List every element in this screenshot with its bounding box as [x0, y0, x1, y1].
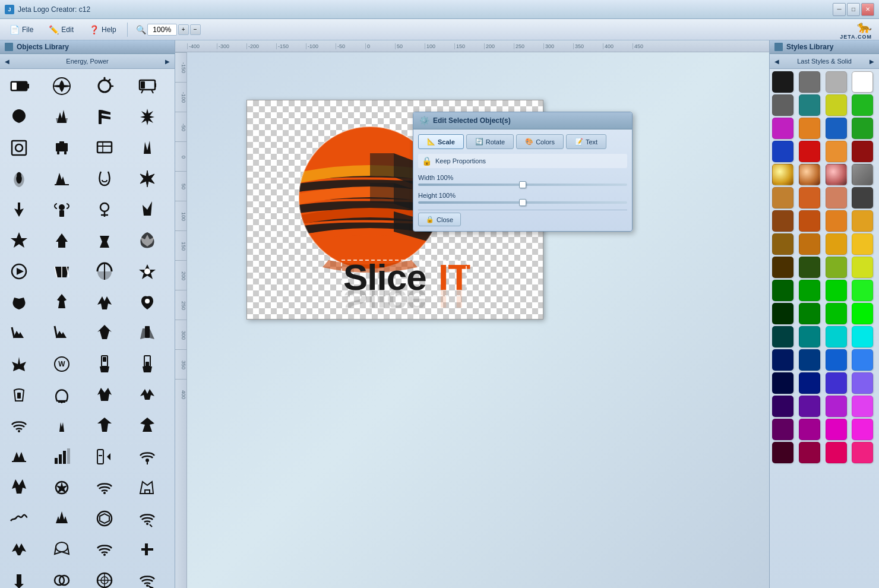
list-item[interactable] — [88, 535, 121, 564]
list-item[interactable] — [2, 102, 35, 132]
objects-prev-button[interactable]: ◀ — [0, 54, 14, 68]
color-swatch[interactable] — [826, 303, 847, 324]
list-item[interactable] — [131, 133, 163, 163]
color-swatch[interactable] — [799, 187, 820, 208]
styles-next-button[interactable]: ▶ — [865, 54, 879, 68]
list-item[interactable] — [2, 380, 35, 410]
color-swatch[interactable] — [772, 396, 793, 417]
list-item[interactable] — [88, 442, 121, 472]
list-item[interactable] — [2, 71, 35, 101]
color-swatch[interactable] — [799, 233, 820, 255]
color-swatch[interactable] — [799, 372, 820, 394]
color-swatch[interactable] — [852, 396, 873, 417]
list-item[interactable] — [45, 318, 78, 348]
color-swatch[interactable] — [826, 442, 847, 463]
list-item[interactable] — [88, 287, 121, 317]
close-button[interactable]: ✕ — [861, 3, 874, 16]
color-swatch[interactable] — [826, 372, 847, 394]
list-item[interactable] — [2, 535, 35, 564]
list-item[interactable] — [2, 504, 35, 533]
minimize-button[interactable]: ─ — [833, 3, 846, 16]
list-item[interactable] — [45, 257, 78, 286]
color-swatch[interactable] — [799, 257, 820, 278]
color-swatch[interactable] — [826, 326, 847, 347]
color-swatch[interactable] — [772, 349, 793, 371]
color-swatch[interactable] — [852, 187, 873, 208]
list-item[interactable] — [45, 195, 78, 225]
list-item[interactable] — [88, 411, 121, 441]
list-item[interactable] — [131, 318, 163, 348]
color-swatch[interactable] — [799, 164, 820, 185]
zoom-display[interactable]: 100% — [147, 24, 177, 36]
list-item[interactable] — [2, 257, 35, 286]
color-swatch[interactable] — [852, 164, 873, 185]
list-item[interactable] — [88, 133, 121, 163]
color-swatch[interactable] — [826, 118, 847, 139]
color-swatch[interactable] — [852, 280, 873, 301]
color-swatch[interactable] — [826, 141, 847, 162]
list-item[interactable] — [131, 226, 163, 255]
width-slider-thumb[interactable] — [519, 181, 526, 188]
color-swatch[interactable] — [772, 257, 793, 278]
color-swatch[interactable] — [852, 118, 873, 139]
list-item[interactable] — [2, 411, 35, 441]
list-item[interactable] — [2, 164, 35, 194]
maximize-button[interactable]: □ — [847, 3, 860, 16]
list-item[interactable] — [131, 349, 163, 379]
list-item[interactable] — [2, 473, 35, 502]
list-item[interactable] — [131, 535, 163, 564]
tab-scale[interactable]: 📐 Scale — [418, 134, 464, 149]
list-item[interactable] — [131, 287, 163, 317]
color-swatch[interactable] — [772, 141, 793, 162]
color-swatch[interactable] — [826, 349, 847, 371]
list-item[interactable] — [45, 473, 78, 502]
color-swatch[interactable] — [852, 141, 873, 162]
objects-next-button[interactable]: ▶ — [160, 54, 175, 68]
list-item[interactable] — [88, 257, 121, 286]
list-item[interactable]: W — [45, 349, 78, 379]
list-item[interactable] — [88, 349, 121, 379]
color-swatch[interactable] — [799, 349, 820, 371]
list-item[interactable] — [131, 71, 163, 101]
tab-rotate[interactable]: 🔄 Rotate — [466, 134, 514, 149]
list-item[interactable] — [45, 504, 78, 533]
color-swatch[interactable] — [772, 210, 793, 232]
color-swatch[interactable] — [799, 210, 820, 232]
color-swatch[interactable] — [772, 326, 793, 347]
color-swatch[interactable] — [826, 94, 847, 116]
color-swatch[interactable] — [826, 71, 847, 93]
list-item[interactable] — [88, 71, 121, 101]
tab-text[interactable]: 📝 Text — [566, 134, 606, 149]
height-slider[interactable] — [418, 201, 627, 204]
list-item[interactable] — [45, 565, 78, 588]
list-item[interactable] — [2, 287, 35, 317]
color-swatch[interactable] — [772, 118, 793, 139]
menu-file[interactable]: 📄 File — [2, 23, 40, 37]
color-swatch[interactable] — [772, 94, 793, 116]
color-swatch[interactable] — [799, 280, 820, 301]
color-swatch[interactable] — [772, 71, 793, 93]
menu-help[interactable]: ❓ Help — [82, 23, 124, 37]
color-swatch[interactable] — [852, 349, 873, 371]
color-swatch[interactable] — [772, 419, 793, 440]
menu-edit[interactable]: ✏️ Edit — [42, 23, 81, 37]
list-item[interactable] — [88, 195, 121, 225]
color-swatch[interactable] — [826, 396, 847, 417]
list-item[interactable] — [88, 318, 121, 348]
height-slider-thumb[interactable] — [519, 199, 526, 206]
color-swatch[interactable] — [799, 141, 820, 162]
list-item[interactable] — [131, 380, 163, 410]
list-item[interactable] — [131, 442, 163, 472]
zoom-in-button[interactable]: + — [178, 24, 189, 35]
width-slider[interactable] — [418, 184, 627, 186]
color-swatch[interactable] — [799, 71, 820, 93]
close-button[interactable]: 🔒 Close — [418, 213, 461, 226]
color-swatch[interactable] — [799, 118, 820, 139]
list-item[interactable] — [131, 411, 163, 441]
list-item[interactable] — [2, 318, 35, 348]
color-swatch[interactable] — [772, 372, 793, 394]
color-swatch[interactable] — [772, 442, 793, 463]
list-item[interactable] — [45, 287, 78, 317]
color-swatch[interactable] — [852, 257, 873, 278]
color-swatch[interactable] — [799, 326, 820, 347]
